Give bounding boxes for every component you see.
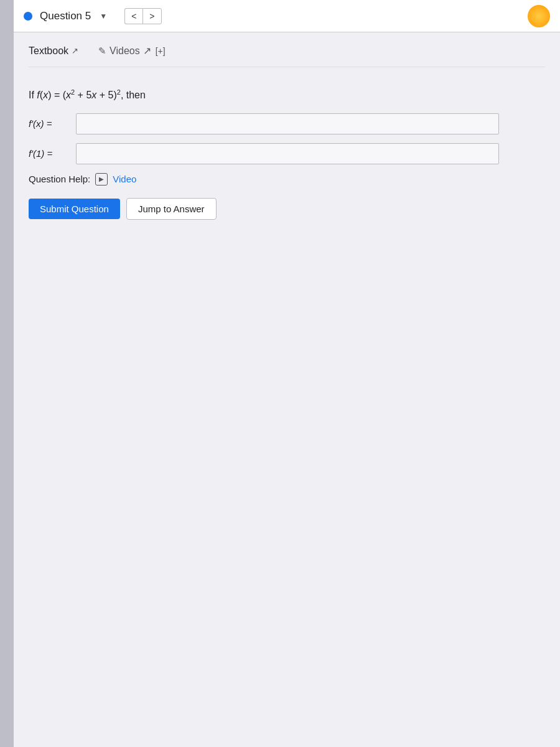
math-x3: x [91, 90, 96, 100]
math-fx: f [37, 90, 39, 100]
video-link[interactable]: Video [113, 174, 136, 184]
videos-ext-icon: ↗ [143, 45, 151, 57]
plus-badge[interactable]: [+] [156, 46, 166, 56]
textbook-ext-icon: ↗ [72, 46, 78, 55]
nav-buttons: < > [124, 8, 161, 24]
buttons-row: Submit Question Jump to Answer [29, 198, 545, 220]
videos-link[interactable]: ✎ Videos ↗ [+] [98, 45, 166, 57]
submit-question-button[interactable]: Submit Question [29, 199, 120, 219]
user-avatar [528, 5, 550, 27]
question-dropdown-arrow[interactable]: ▼ [100, 12, 107, 21]
fprime-1-row: f′(1) = [29, 143, 545, 164]
videos-label: Videos [110, 45, 140, 57]
left-sidebar [0, 0, 14, 747]
page-wrapper: Question 5 ▼ < > Textbook ↗ ✎ Videos ↗ [0, 0, 560, 747]
main-panel: Question 5 ▼ < > Textbook ↗ ✎ Videos ↗ [14, 0, 560, 747]
fprime-x-input[interactable] [76, 113, 499, 134]
resources-row: Textbook ↗ ✎ Videos ↗ [+] [29, 45, 545, 67]
help-label: Question Help: [29, 174, 90, 184]
nav-next-button[interactable]: > [142, 8, 161, 24]
pencil-icon: ✎ [98, 45, 106, 57]
fprime-1-label: f′(1) = [29, 148, 72, 159]
problem-statement: If f(x) = (x2 + 5x + 5)2, then [29, 87, 545, 103]
fprime-1-input[interactable] [76, 143, 499, 164]
problem-text: If f(x) = (x2 + 5x + 5)2, then [29, 90, 146, 100]
fprime-x-label: f′(x) = [29, 118, 72, 129]
top-bar: Question 5 ▼ < > [14, 0, 560, 32]
fprime-x-row: f′(x) = [29, 113, 545, 134]
math-x2: x [66, 90, 71, 100]
exp1: 2 [71, 88, 75, 96]
question-title: Question 5 [40, 10, 91, 22]
help-row: Question Help: ▶ Video [29, 173, 545, 186]
question-content: If f(x) = (x2 + 5x + 5)2, then f′(x) = f… [29, 85, 545, 235]
exp2: 2 [117, 88, 121, 96]
math-x: x [43, 90, 48, 100]
question-status-dot [24, 12, 32, 21]
play-icon[interactable]: ▶ [95, 173, 108, 186]
textbook-label: Textbook [29, 45, 68, 57]
nav-prev-button[interactable]: < [124, 8, 142, 24]
jump-to-answer-button[interactable]: Jump to Answer [126, 198, 217, 220]
content-area: Textbook ↗ ✎ Videos ↗ [+] If f(x) = (x2 … [14, 32, 560, 747]
textbook-link[interactable]: Textbook ↗ [29, 45, 78, 57]
